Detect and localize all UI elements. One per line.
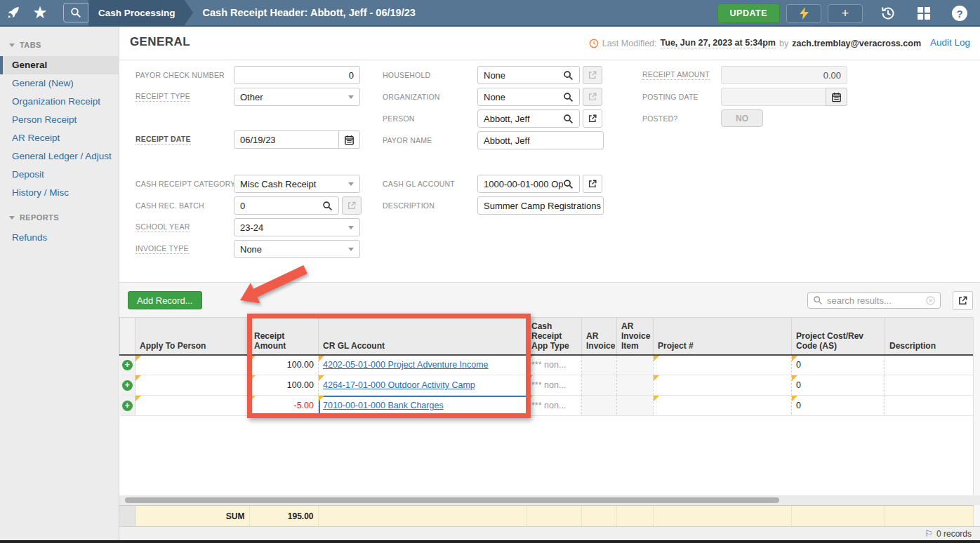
- sidebar-section-tabs[interactable]: TABS: [9, 41, 41, 49]
- cell-description[interactable]: [885, 375, 974, 396]
- receipt-date-calendar-button[interactable]: [338, 130, 360, 149]
- col-header-ar-invoice-item[interactable]: AR Invoice Item: [617, 318, 654, 355]
- sidebar-item-ar-receipt[interactable]: AR Receipt: [0, 129, 119, 147]
- sidebar-item-history-misc[interactable]: History / Misc: [0, 184, 119, 202]
- add-button[interactable]: +: [828, 4, 863, 23]
- cell-apply-to-person[interactable]: [135, 396, 250, 416]
- audit-log-link[interactable]: Audit Log: [930, 37, 970, 48]
- person-lookup[interactable]: Abbott, Jeff: [477, 109, 580, 128]
- calendar-icon: [344, 135, 355, 145]
- search-results-input[interactable]: [827, 295, 922, 306]
- household-lookup[interactable]: None: [477, 66, 580, 84]
- col-header-description[interactable]: Description: [885, 318, 974, 355]
- cell-cash-receipt-app-type[interactable]: *** non...: [527, 396, 582, 416]
- open-results-button[interactable]: [953, 291, 973, 310]
- cell-cr-gl-account[interactable]: 4202-05-01-000 Project Adventure Income: [319, 355, 527, 375]
- sidebar-section-reports[interactable]: REPORTS: [9, 213, 59, 222]
- person-open-button[interactable]: [583, 109, 602, 128]
- payor-name-input[interactable]: Abbott, Jeff: [477, 131, 604, 149]
- cash-receipt-category-select[interactable]: Misc Cash Receipt: [234, 175, 360, 193]
- rocket-icon[interactable]: [0, 0, 27, 26]
- add-row-icon[interactable]: +: [122, 380, 133, 391]
- cell-project-number[interactable]: [654, 396, 792, 416]
- lightning-button[interactable]: [786, 4, 821, 23]
- receipt-type-select[interactable]: Other: [234, 88, 360, 106]
- external-link-icon: [588, 70, 597, 80]
- table-row: + 100.00 4264-17-01-000 Outdoor Activity…: [120, 375, 974, 396]
- gl-account-link[interactable]: 4264-17-01-000 Outdoor Activity Camp: [323, 380, 475, 390]
- sidebar-item-organization-receipt[interactable]: Organization Receipt: [0, 93, 119, 111]
- help-icon[interactable]: ?: [949, 6, 970, 21]
- cell-project-cost-rev-code[interactable]: 0: [792, 375, 885, 396]
- cell-project-cost-rev-code[interactable]: 0: [792, 396, 885, 416]
- cell-apply-to-person[interactable]: [135, 375, 250, 396]
- cash-gl-account-open-button[interactable]: [583, 175, 602, 193]
- cell-cr-gl-account[interactable]: 7010-00-01-000 Bank Charges: [319, 396, 527, 416]
- apps-grid-icon[interactable]: [913, 6, 934, 21]
- search-icon[interactable]: [563, 114, 574, 124]
- sidebar-item-refunds[interactable]: Refunds: [0, 229, 119, 247]
- cell-cash-receipt-app-type[interactable]: *** non...: [527, 375, 582, 396]
- organization-lookup[interactable]: None: [477, 88, 580, 106]
- cell-description[interactable]: [885, 355, 974, 375]
- search-icon[interactable]: [563, 179, 574, 189]
- payor-name-label: PAYOR NAME: [383, 131, 432, 149]
- add-row-icon[interactable]: +: [122, 360, 133, 370]
- col-header-ar-invoice[interactable]: AR Invoice: [582, 318, 617, 355]
- cash-gl-account-lookup[interactable]: 1000-00-01-000 Opera: [477, 175, 580, 193]
- star-icon[interactable]: ★: [27, 0, 53, 26]
- cell-receipt-amount[interactable]: 100.00: [250, 355, 319, 375]
- search-icon: [813, 295, 823, 305]
- search-icon[interactable]: [563, 70, 574, 81]
- sidebar-item-person-receipt[interactable]: Person Receipt: [0, 111, 119, 129]
- cell-cr-gl-account[interactable]: 4264-17-01-000 Outdoor Activity Camp: [319, 375, 527, 396]
- cell-project-number[interactable]: [654, 355, 792, 375]
- sidebar-item-general[interactable]: General: [0, 56, 119, 74]
- cell-cash-receipt-app-type[interactable]: *** non...: [527, 355, 582, 375]
- search-icon[interactable]: [322, 201, 333, 211]
- col-header-project-cost-rev-code[interactable]: Project Cost/Rev Code (AS): [792, 318, 885, 355]
- row-handle[interactable]: +: [120, 396, 135, 416]
- organization-label: ORGANIZATION: [383, 88, 440, 106]
- posting-date-input: [721, 88, 826, 106]
- row-handle[interactable]: +: [120, 355, 135, 375]
- sidebar-item-general-new[interactable]: General (New): [0, 74, 119, 93]
- col-header-receipt-amount[interactable]: Receipt Amount: [250, 318, 319, 355]
- col-header-cash-receipt-app-type[interactable]: Cash Receipt App Type: [527, 318, 582, 355]
- cell-description[interactable]: [885, 396, 974, 416]
- sidebar-item-general-ledger-adjust[interactable]: General Ledger / Adjust: [0, 147, 119, 166]
- cell-receipt-amount[interactable]: -5.00: [250, 396, 319, 416]
- gl-account-link[interactable]: 4202-05-01-000 Project Adventure Income: [323, 360, 489, 370]
- receipt-date-input[interactable]: 06/19/23: [234, 130, 339, 149]
- sidebar-item-deposit[interactable]: Deposit: [0, 166, 119, 184]
- row-handle[interactable]: +: [120, 375, 135, 396]
- col-header-project-number[interactable]: Project #: [654, 318, 792, 355]
- cell-project-number[interactable]: [654, 375, 792, 396]
- horizontal-scrollbar-track[interactable]: [119, 495, 980, 505]
- history-icon[interactable]: [878, 5, 899, 22]
- cell-project-cost-rev-code[interactable]: 0: [792, 355, 885, 375]
- cell-apply-to-person[interactable]: [135, 355, 250, 375]
- description-input[interactable]: Summer Camp Registrations: [477, 196, 604, 215]
- add-row-icon[interactable]: +: [122, 401, 133, 411]
- search-icon[interactable]: [63, 3, 88, 22]
- horizontal-scrollbar-thumb[interactable]: [125, 497, 779, 503]
- cash-rec-batch-lookup[interactable]: 0: [234, 196, 339, 215]
- gl-account-link[interactable]: 7010-00-01-000 Bank Charges: [323, 401, 444, 410]
- section-title: GENERAL: [130, 35, 190, 49]
- app-window: ★ Cash Processing Cash Receipt Header: A…: [0, 0, 980, 543]
- search-icon[interactable]: [563, 92, 574, 102]
- lightning-icon: [800, 7, 809, 20]
- cell-receipt-amount[interactable]: 100.00: [250, 375, 319, 396]
- col-header-apply-to-person[interactable]: Apply To Person: [135, 318, 250, 355]
- school-year-select[interactable]: 23-24: [234, 218, 360, 236]
- add-record-button[interactable]: Add Record...: [128, 291, 202, 309]
- search-clear-icon[interactable]: [926, 296, 935, 305]
- update-button[interactable]: UPDATE: [717, 4, 780, 23]
- col-header-cr-gl-account[interactable]: CR GL Account: [319, 318, 527, 355]
- posting-date-calendar-button[interactable]: [826, 88, 847, 106]
- cash-receipt-category-label: CASH RECEIPT CATEGORY: [135, 175, 235, 193]
- breadcrumb[interactable]: Cash Processing: [88, 0, 184, 26]
- invoice-type-select[interactable]: None: [234, 240, 360, 258]
- payor-check-number-input[interactable]: 0: [234, 66, 360, 84]
